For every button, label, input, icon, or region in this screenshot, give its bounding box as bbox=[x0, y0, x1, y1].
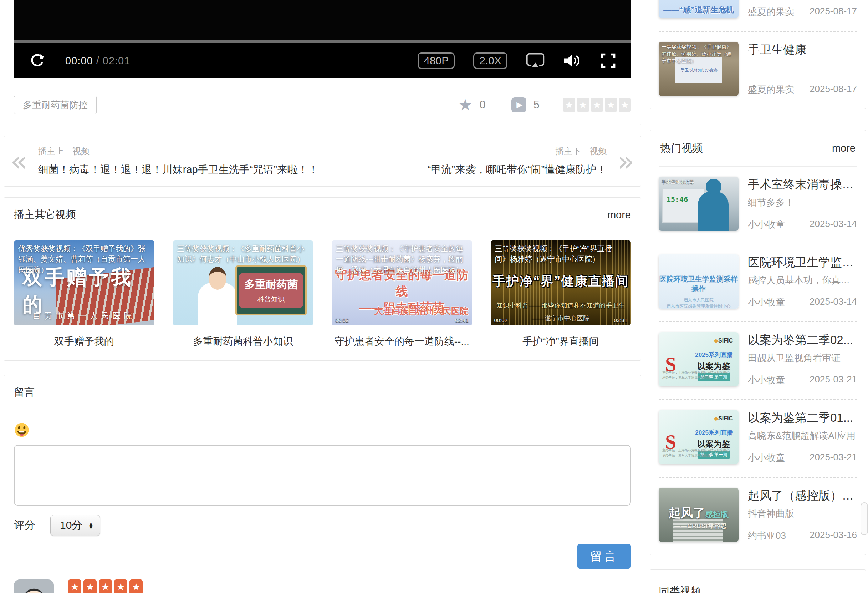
video-date: 2025-03-16 bbox=[809, 529, 857, 542]
video-title[interactable]: 起风了（感控版）—... bbox=[748, 488, 857, 504]
next-video-title[interactable]: “甲流”来袭，哪吒带你“闹”懂健康防护！ bbox=[428, 163, 607, 177]
rating-star[interactable]: ★ bbox=[591, 98, 603, 112]
thumbnail-time-right: 03:31 bbox=[614, 317, 627, 323]
thumbnail-time-left: 00:02 bbox=[335, 317, 349, 323]
prev-video-label: 播主上一视频 bbox=[38, 146, 319, 157]
sific-logo: ◆SIFIC bbox=[714, 337, 733, 344]
other-video-item[interactable]: 三等奖获奖视频：《守护患者安全的每一道防线---阻击耐药菌》杨彦芬，段丽屏，梁婷… bbox=[332, 241, 472, 348]
video-title[interactable]: 医院环境卫生学监测... bbox=[748, 254, 857, 271]
rating-star[interactable]: ★ bbox=[605, 98, 617, 112]
other-video-item[interactable]: 优秀奖获奖视频：《双手赠予我的》张钰涵、姜文婧、曹莉等（自贡市第一人民医院） 双… bbox=[14, 241, 154, 348]
video-title[interactable]: 以案为鉴第二季02... bbox=[748, 332, 857, 348]
organizer-text: 主办单位：上海斯菲克微生物应用技术研究中心 承办单位：复旦大学附属中山医院 bbox=[662, 370, 730, 380]
replay-icon[interactable] bbox=[29, 52, 45, 69]
rating-star[interactable]: ★ bbox=[563, 98, 575, 112]
speed-button[interactable]: 2.0X bbox=[473, 52, 508, 69]
hot-video-item[interactable]: S ◆SIFIC 2025系列直播 以案为鉴 第二季 第一期 主办单位：上海斯菲… bbox=[659, 399, 857, 477]
favorite-star-icon[interactable]: ★ bbox=[458, 97, 472, 113]
video-subtitle: 高晓东&范鹏超解读AI应用 bbox=[748, 430, 857, 442]
thumbnail-footer-text: 大理白族自治州人民医院 bbox=[375, 305, 469, 317]
video-title[interactable]: 手护“净”界直播间 bbox=[491, 335, 631, 348]
video-thumbnail[interactable]: S ◆SIFIC 2025系列直播 以案为鉴 第二季 第一期 主办单位：上海斯菲… bbox=[659, 410, 738, 464]
current-time: 00:00 bbox=[65, 55, 93, 67]
sidebar: ——“感”退新生危机 盛夏的果实 2025-08-17 一等奖获奖视频：《手卫健… bbox=[650, 0, 866, 593]
time-separator: / bbox=[93, 55, 103, 67]
video-tag[interactable]: 多重耐药菌防控 bbox=[14, 96, 97, 114]
emoji-icon[interactable] bbox=[14, 422, 30, 439]
airplay-icon[interactable] bbox=[526, 53, 545, 68]
rating-star[interactable]: ★ bbox=[577, 98, 589, 112]
comment-star-icon: ★ bbox=[114, 580, 127, 593]
thumbnail-sub2: 启东市医院感染管理质量控制中心 bbox=[659, 303, 738, 309]
prev-next-card: « 播主上一视频 细菌！病毒！退！退！退！川妹rap手卫生洗手“咒语”来啦！！ … bbox=[4, 136, 641, 186]
chalkboard-graphic: 多重耐药菌 科普知识 bbox=[235, 265, 307, 315]
rating-select-value: 10分 bbox=[60, 518, 83, 533]
video-player[interactable]: 00:00 / 02:01 480P 2.0X bbox=[14, 0, 631, 78]
next-chevron-icon[interactable]: » bbox=[617, 151, 635, 172]
doctor-graphic bbox=[198, 282, 237, 325]
comments-header: 留言 bbox=[14, 385, 631, 411]
video-thumbnail[interactable]: 三等奖获奖视频：《手护“净”界直播间》杨雅婷（遂宁市中心医院） 手护净“界”健康… bbox=[491, 241, 631, 325]
board-line1: 多重耐药菌 bbox=[244, 277, 298, 292]
other-video-item[interactable]: 三等奖获奖视频：《多重耐药菌科普小知识》何志才（中山市小榄人民医院） 多重耐药菌… bbox=[173, 241, 313, 348]
prev-video-block[interactable]: 播主上一视频 细菌！病毒！退！退！退！川妹rap手卫生洗手“咒语”来啦！！ bbox=[38, 146, 319, 177]
organizer-text: 主办单位：上海斯菲克微生物应用技术研究中心 承办单位：复旦大学附属中山医院 bbox=[662, 448, 730, 458]
video-frame[interactable] bbox=[14, 0, 631, 40]
video-title[interactable]: 守护患者安全的每一道防线--... bbox=[332, 335, 472, 348]
seek-bar[interactable] bbox=[14, 40, 631, 43]
prev-chevron-icon[interactable]: « bbox=[10, 151, 28, 172]
rating-select[interactable]: 10分 ▲ ▼ bbox=[50, 515, 100, 536]
other-videos-row: 优秀奖获奖视频：《双手赠予我的》张钰涵、姜文婧、曹莉等（自贡市第一人民医院） 双… bbox=[14, 241, 631, 348]
hot-video-item[interactable]: 医院环境卫生学监测采样操作 启东市人民医院 启东市医院感染管理质量控制中心 20… bbox=[659, 244, 857, 321]
video-thumbnail[interactable]: 起风了感控版 ——CRBSI零容忍 bbox=[659, 488, 738, 542]
video-date: 2025-08-17 bbox=[809, 6, 857, 18]
sidebar-video-item[interactable]: 一等奖获奖视频：《手卫健康》罗佳欣、蒋羽婷、汤小萍等（遂宁市中心医院） “手卫”… bbox=[659, 31, 857, 109]
submit-comment-button[interactable]: 留言 bbox=[577, 544, 631, 569]
hot-videos-header: 热门视频 more bbox=[659, 130, 857, 167]
hot-video-item[interactable]: 手术室终末消毒 15:46 手术室终末消毒操作... 细节多多！ 小小牧童 20… bbox=[659, 167, 857, 244]
video-title[interactable]: 双手赠予我的 bbox=[14, 335, 154, 348]
video-thumbnail[interactable]: ——“感”退新生危机 bbox=[659, 0, 738, 18]
rating-star[interactable]: ★ bbox=[619, 98, 631, 112]
hot-video-item[interactable]: S ◆SIFIC 2025系列直播 以案为鉴 第二季 第二期 主办单位：上海斯菲… bbox=[659, 321, 857, 399]
hot-video-item[interactable]: 起风了感控版 ——CRBSI零容忍 起风了（感控版）—... 抖音神曲版 约书亚… bbox=[659, 477, 857, 555]
avatar bbox=[14, 580, 54, 593]
scrollbar-thumb[interactable] bbox=[861, 502, 868, 535]
select-arrows-icon: ▲ ▼ bbox=[88, 522, 93, 529]
video-thumbnail[interactable]: 三等奖获奖视频：《多重耐药菌科普小知识》何志才（中山市小榄人民医院） 多重耐药菌… bbox=[173, 241, 313, 325]
video-meta: 小小牧童 2025-03-14 bbox=[748, 296, 857, 309]
video-thumbnail[interactable]: 手术室终末消毒 15:46 bbox=[659, 177, 738, 231]
other-video-item[interactable]: 三等奖获奖视频：《手护“净”界直播间》杨雅婷（遂宁市中心医院） 手护净“界”健康… bbox=[491, 241, 631, 348]
video-title[interactable]: 以案为鉴第二季01... bbox=[748, 410, 857, 426]
video-date: 2025-08-17 bbox=[809, 83, 857, 96]
thumbnail-caption: 三等奖获奖视频：《手护“净”界直播间》杨雅婷（遂宁市中心医院） bbox=[491, 241, 631, 267]
video-title[interactable]: 多重耐药菌科普小知识 bbox=[173, 335, 313, 348]
hot-videos-more-link[interactable]: more bbox=[832, 142, 856, 154]
comment-input[interactable] bbox=[14, 445, 631, 506]
video-thumbnail[interactable]: 优秀奖获奖视频：《双手赠予我的》张钰涵、姜文婧、曹莉等（自贡市第一人民医院） 双… bbox=[14, 241, 154, 325]
volume-icon[interactable] bbox=[563, 53, 582, 68]
sidebar-top-card: ——“感”退新生危机 盛夏的果实 2025-08-17 一等奖获奖视频：《手卫健… bbox=[650, 0, 866, 109]
other-videos-more-link[interactable]: more bbox=[607, 209, 631, 221]
panel-numbers: 15:46 bbox=[667, 195, 688, 204]
video-thumbnail[interactable]: 三等奖获奖视频：《守护患者安全的每一道防线---阻击耐药菌》杨彦芬，段丽屏，梁婷… bbox=[332, 241, 472, 325]
comments-divider bbox=[4, 411, 641, 411]
quality-button[interactable]: 480P bbox=[418, 52, 455, 69]
sidebar-video-item[interactable]: ——“感”退新生危机 盛夏的果实 2025-08-17 bbox=[659, 0, 857, 31]
sific-logo: ◆SIFIC bbox=[714, 415, 733, 422]
next-video-block[interactable]: 播主下一视频 “甲流”来袭，哪吒带你“闹”懂健康防护！ bbox=[428, 146, 607, 177]
rating-stars: ★ ★ ★ ★ ★ bbox=[563, 98, 631, 112]
favorite-count: 0 bbox=[480, 99, 486, 111]
video-meta-row: 多重耐药菌防控 ★ 0 ▶ 5 ★ ★ ★ ★ ★ bbox=[14, 96, 631, 114]
video-counters: ★ 0 ▶ 5 ★ ★ ★ ★ ★ bbox=[458, 97, 631, 113]
video-thumbnail[interactable]: 医院环境卫生学监测采样操作 启东市人民医院 启东市医院感染管理质量控制中心 20… bbox=[659, 254, 738, 309]
prev-video-title[interactable]: 细菌！病毒！退！退！退！川妹rap手卫生洗手“咒语”来啦！！ bbox=[38, 163, 319, 177]
thumbnail-line1: 2025系列直播 bbox=[695, 351, 733, 359]
video-thumbnail[interactable]: S ◆SIFIC 2025系列直播 以案为鉴 第二季 第二期 主办单位：上海斯菲… bbox=[659, 332, 738, 386]
other-videos-header: 播主其它视频 more bbox=[14, 208, 631, 222]
fullscreen-icon[interactable] bbox=[600, 53, 616, 68]
video-title[interactable]: 手术室终末消毒操作... bbox=[748, 177, 857, 193]
video-thumbnail[interactable]: 一等奖获奖视频：《手卫健康》罗佳欣、蒋羽婷、汤小萍等（遂宁市中心医院） “手卫”… bbox=[659, 42, 738, 96]
video-title[interactable]: 手卫生健康 bbox=[748, 42, 857, 58]
video-author: 盛夏的果实 bbox=[748, 6, 794, 18]
